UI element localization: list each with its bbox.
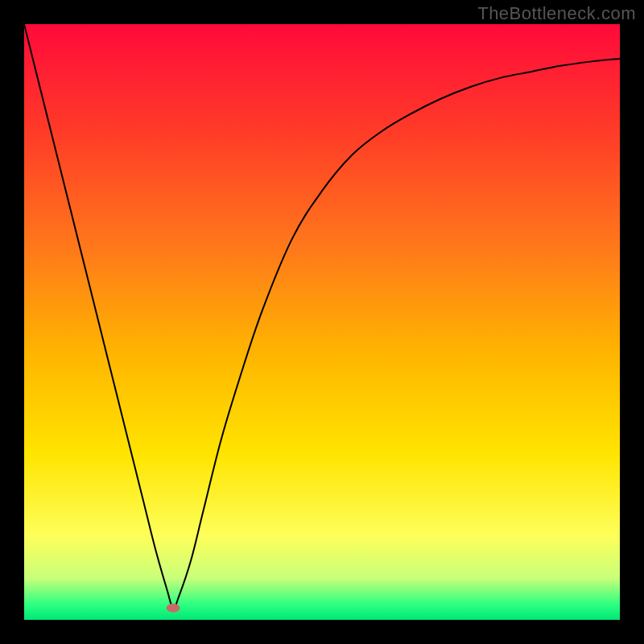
- chart-svg: [24, 24, 620, 620]
- watermark-text: TheBottleneck.com: [477, 3, 636, 24]
- chart-background: [24, 24, 620, 620]
- optimum-marker-icon: [167, 604, 180, 612]
- chart-plot-area: [24, 24, 620, 620]
- chart-frame: TheBottleneck.com: [0, 0, 644, 644]
